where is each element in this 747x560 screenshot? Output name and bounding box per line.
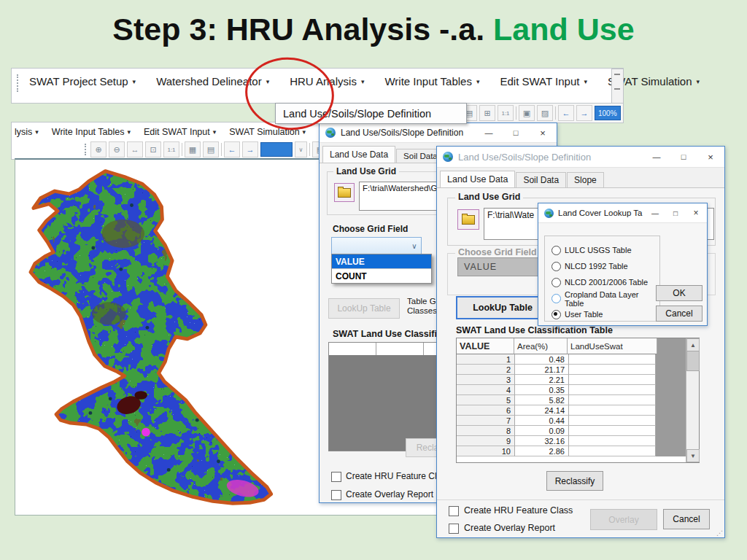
close-button[interactable]: × — [532, 128, 554, 139]
landuse-cell[interactable] — [569, 395, 656, 405]
table-header-cell — [376, 343, 424, 355]
menu-edit-swat-input[interactable]: Edit SWAT Input▾ — [500, 75, 587, 88]
minimize-button[interactable]: — — [647, 209, 663, 217]
one-to-one-icon[interactable]: 1:1 — [163, 141, 179, 158]
cancel-button[interactable]: Cancel — [656, 306, 703, 322]
landuse-cell[interactable] — [569, 375, 656, 385]
dialog-lookup-title: Land Cover Lookup Ta... — [558, 209, 643, 217]
pan-icon[interactable]: ↔ — [127, 141, 143, 158]
scale-combo[interactable] — [260, 142, 293, 157]
menu-swat-project-setup[interactable]: SWAT Project Setup▾ — [29, 75, 136, 88]
landuse-cell[interactable] — [569, 426, 656, 436]
zoom-in-icon[interactable]: ⊕ — [90, 141, 107, 158]
toolbar-separator — [516, 106, 516, 120]
browse-folder-button[interactable] — [457, 209, 479, 230]
minimize-button[interactable]: — — [646, 152, 667, 161]
radio-cropland-data-layer-label: Cropland Data Layer Table — [565, 290, 641, 308]
radio-lulc-usgs-label: LULC USGS Table — [565, 246, 632, 254]
create-hru-feature-class-label: Create HRU Feature Class — [464, 505, 573, 516]
tab-soil-data[interactable]: Soil Data — [516, 172, 566, 187]
scroll-up-button[interactable]: ▲ — [686, 338, 700, 351]
prev-extent-icon[interactable]: ← — [558, 105, 574, 121]
radio-nlcd-1992-label: NLCD 1992 Table — [565, 262, 628, 271]
overlay-button-disabled[interactable]: Overlay — [590, 509, 657, 530]
reclassify-button[interactable]: Reclassify — [546, 471, 603, 491]
landuse-cell[interactable] — [569, 385, 656, 395]
radio-user-table[interactable] — [551, 310, 561, 319]
landuse-cell[interactable] — [569, 365, 656, 375]
zoom-grid-in-icon[interactable]: ▣ — [519, 105, 535, 121]
zoom-page-icon[interactable]: ▤ — [203, 141, 219, 158]
dropdown-option-count[interactable]: COUNT — [332, 268, 431, 283]
zoom-out-icon[interactable]: ⊖ — [109, 141, 125, 158]
menu-swat-simulation-2[interactable]: SWAT Simulation▾ — [229, 127, 306, 137]
scroll-thumb[interactable] — [686, 351, 700, 371]
tab-land-use-data[interactable]: Land Use Data — [440, 171, 515, 187]
dialog-back-titlebar[interactable]: Land Use/Soils/Slope Definition — □ × — [320, 123, 557, 143]
grid-field-combo[interactable]: ∨ — [331, 237, 422, 255]
radio-cropland-data-layer[interactable] — [551, 294, 561, 303]
radio-nlcd-1992[interactable] — [551, 262, 561, 271]
dialog-front-titlebar[interactable]: Land Use/Soils/Slope Definition — □ × — [437, 147, 724, 168]
close-button[interactable]: × — [700, 152, 721, 163]
zoom-window-icon[interactable]: ▦ — [185, 141, 201, 158]
lookup-table-button-disabled[interactable]: LookUp Table — [328, 298, 400, 319]
full-extent-icon[interactable]: ⊡ — [145, 141, 161, 158]
landuse-cell[interactable] — [569, 446, 656, 456]
prev-extent-icon[interactable]: ← — [224, 141, 240, 158]
radio-lulc-usgs[interactable] — [551, 246, 561, 255]
create-hru-feature-class-checkbox[interactable] — [449, 506, 459, 516]
ok-button[interactable]: OK — [656, 285, 703, 301]
menu-write-input-tables[interactable]: Write Input Tables▾ — [384, 75, 479, 88]
lookup-table-button[interactable]: LookUp Table — [456, 296, 549, 319]
landuse-cell[interactable] — [569, 405, 656, 416]
choose-grid-field-label: Choose Grid Field — [333, 224, 408, 234]
maximize-button[interactable]: □ — [673, 152, 694, 161]
resize-grip[interactable]: ⋰ — [716, 529, 723, 537]
menu-dropdown-landuse-definition[interactable]: Land Use/Soils/Slope Definition — [275, 103, 467, 124]
cancel-button[interactable]: Cancel — [663, 509, 710, 529]
pan-arrows-icon[interactable]: ⊞ — [479, 105, 495, 121]
scroll-down-button[interactable]: ▼ — [686, 449, 700, 462]
chevron-down-icon: ▾ — [361, 78, 365, 85]
minimize-button[interactable]: — — [478, 128, 500, 137]
toolbar-grip — [17, 74, 20, 92]
globe-icon — [544, 209, 554, 218]
menu-hru-analysis[interactable]: HRU Analysis▾ — [290, 75, 364, 88]
maximize-button[interactable]: □ — [505, 128, 527, 137]
grid-field-combo-disabled[interactable]: VALUE — [457, 257, 546, 276]
landuse-cell[interactable] — [569, 416, 656, 426]
menu-edit-swat-input-2[interactable]: Edit SWAT Input▾ — [144, 127, 216, 137]
landuse-cell[interactable] — [569, 436, 656, 446]
col-header-value: VALUE — [457, 338, 514, 354]
table-row: 6 24.14 — [457, 405, 699, 416]
create-overlay-report-checkbox[interactable] — [331, 490, 341, 500]
menubar-main: SWAT Project Setup▾ Watershed Delineator… — [11, 68, 624, 104]
create-hru-feature-class-checkbox[interactable] — [331, 472, 341, 482]
tab-slope[interactable]: Slope — [567, 172, 604, 187]
menu-hru-analysis-partial[interactable]: lysis▾ — [15, 127, 39, 137]
table-scrollbar[interactable]: ▲ ▼ — [686, 338, 699, 462]
combo-chevron-icon[interactable]: ∨ — [295, 141, 307, 158]
close-button[interactable]: × — [688, 208, 704, 218]
create-overlay-report-checkbox[interactable] — [449, 524, 459, 534]
zoom-level-box[interactable]: 100% — [595, 106, 621, 120]
landuse-cell[interactable] — [569, 354, 656, 365]
next-extent-icon[interactable]: → — [242, 141, 258, 158]
chevron-down-icon: ∨ — [408, 242, 421, 250]
maximize-button[interactable]: □ — [667, 209, 684, 217]
table-row: 9 32.16 — [457, 436, 699, 446]
menu-write-input-tables-2[interactable]: Write Input Tables▾ — [52, 127, 131, 137]
next-extent-icon[interactable]: → — [576, 105, 592, 121]
zoom-grid-out-icon[interactable]: ▨ — [537, 105, 553, 121]
browse-folder-button[interactable] — [334, 183, 355, 202]
dialog-lookup: Land Cover Lookup Ta... — □ × LULC USGS … — [538, 203, 708, 326]
tab-land-use-data[interactable]: Land Use Data — [322, 146, 395, 163]
landuse-map-canvas[interactable] — [21, 163, 328, 511]
dialog-lookup-titlebar[interactable]: Land Cover Lookup Ta... — □ × — [538, 203, 707, 223]
menu-watershed-delineator[interactable]: Watershed Delineator▾ — [156, 75, 269, 88]
radio-nlcd-2001-2006[interactable] — [551, 278, 561, 287]
dropdown-option-value[interactable]: VALUE — [332, 254, 431, 268]
folder-icon — [462, 215, 475, 225]
one-to-one-icon[interactable]: 1:1 — [498, 105, 514, 121]
